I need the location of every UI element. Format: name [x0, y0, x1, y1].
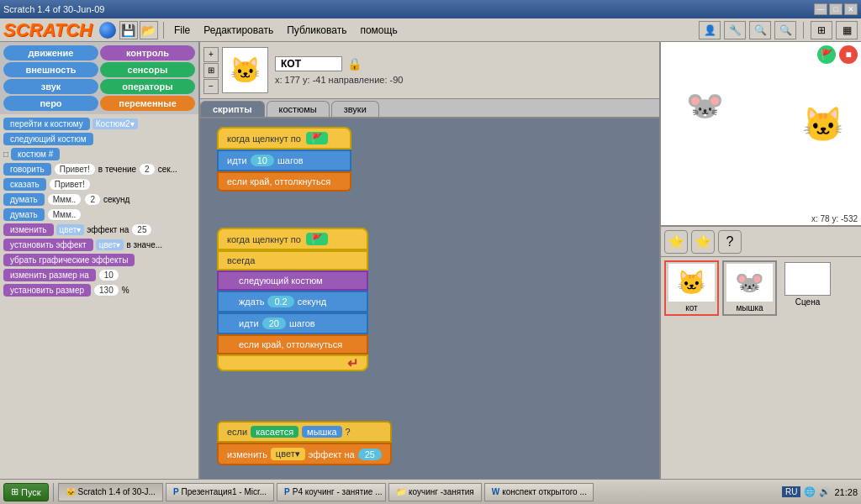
bounce-block-1[interactable]: если край, оттолкнуться — [217, 171, 351, 192]
block-size-val[interactable]: 10 — [98, 269, 119, 281]
block-say-val2[interactable]: 2 — [139, 163, 156, 176]
cat-variables[interactable]: переменные — [100, 96, 195, 111]
change-effect-block[interactable]: изменить цвет▾ эффект на 25 — [217, 443, 392, 465]
tab-scripts[interactable]: скрипты — [200, 101, 265, 117]
zoom-out-icon[interactable]: 🔍 — [774, 21, 796, 39]
move-block-1[interactable]: идти 10 шагов — [217, 150, 351, 171]
block-think-val1[interactable]: Ммм.. — [47, 193, 82, 206]
left-panel: движение контроль внешность сенсоры звук… — [0, 42, 200, 479]
forever-block[interactable]: всегда — [217, 250, 368, 270]
block-think-pill[interactable]: думать — [3, 208, 45, 221]
block-say-text[interactable]: Привет! — [49, 178, 91, 191]
move-block-2[interactable]: идти 20 шагов — [217, 312, 368, 334]
title-text: Scratch 1.4 of 30-Jun-09 — [3, 4, 104, 14]
next-costume-block[interactable]: следующий костюм — [217, 270, 368, 291]
nav-down[interactable]: − — [203, 79, 219, 94]
lock-icon[interactable]: 🔒 — [347, 57, 362, 71]
cat-sound[interactable]: звук — [3, 79, 98, 94]
block-say-for-pill[interactable]: говорить — [3, 163, 51, 176]
zoom-in-icon[interactable]: 🔍 — [749, 21, 771, 39]
star-icon-2[interactable]: ⭐ — [691, 230, 715, 254]
move-val-2[interactable]: 20 — [262, 318, 286, 329]
taskbar-app-presentation[interactable]: P Презентация1 - Micr... — [166, 483, 274, 501]
block-think-val[interactable]: Ммм.. — [47, 208, 82, 221]
sprite-item-cat[interactable]: 🐱 кот — [664, 260, 719, 316]
taskbar-app-coaching[interactable]: P P4 коучинг - занятие ... — [277, 483, 386, 501]
block-change-size-pill[interactable]: изменить размер на — [3, 269, 96, 281]
menu-edit[interactable]: Редактировать — [197, 23, 280, 38]
script-group-1: когда щелкнут по 🚩 идти 10 шагов если кр… — [217, 127, 351, 192]
block-think-for-pill[interactable]: думать — [3, 193, 45, 206]
hat-block-2[interactable]: когда щелкнут по 🚩 — [217, 228, 368, 250]
if-target[interactable]: мышка — [302, 426, 341, 438]
scene-item[interactable]: Сцена — [780, 260, 835, 316]
block-say: сказать Привет! — [3, 178, 195, 191]
cat-motion[interactable]: движение — [3, 45, 98, 60]
menu-file[interactable]: File — [167, 23, 197, 38]
bounce-block-2[interactable]: если край, оттолкнуться — [217, 334, 368, 354]
person-icon[interactable]: 👤 — [699, 21, 721, 39]
green-flag-button[interactable]: 🚩 — [817, 45, 836, 64]
cat-sensors[interactable]: сенсоры — [100, 62, 195, 77]
start-button[interactable]: ⊞ Пуск — [3, 483, 49, 501]
stop-button[interactable]: ■ — [839, 45, 858, 64]
close-button[interactable]: ✕ — [844, 3, 858, 15]
taskbar-app-folder[interactable]: 📁 коучинг -занятия — [388, 483, 482, 501]
nav-mid[interactable]: ⊞ — [203, 63, 219, 78]
wait-val[interactable]: 0.2 — [267, 296, 293, 307]
wait-block[interactable]: ждать 0.2 секунд — [217, 291, 368, 312]
globe-icon[interactable] — [99, 22, 116, 39]
block-clear-effects-pill[interactable]: убрать графические эффекты — [3, 254, 135, 266]
move-val-1[interactable]: 10 — [251, 155, 274, 166]
effect-dropdown2[interactable]: цвет▾ — [96, 239, 124, 250]
settings-icon[interactable]: 🔧 — [724, 21, 746, 39]
stage-coords: x: 78 y: -532 — [811, 214, 858, 223]
costume-dropdown[interactable]: Костюм2▾ — [92, 118, 138, 129]
block-change-effect-pill[interactable]: изменить — [3, 223, 54, 236]
cat-looks[interactable]: внешность — [3, 62, 98, 77]
effect-val-3[interactable]: 25 — [358, 449, 382, 460]
cat-control[interactable]: контроль — [100, 45, 195, 60]
effect-dropdown1[interactable]: цвет▾ — [56, 224, 85, 235]
tab-costumes[interactable]: костюмы — [267, 101, 330, 117]
view-icon[interactable]: ▦ — [836, 21, 858, 39]
sprite-name-box[interactable]: КОТ — [275, 56, 342, 71]
sprite-header: + ⊞ − 🐱 КОТ 🔒 x: 177 y: -41 направление:… — [200, 42, 659, 99]
block-costume-num-pill[interactable]: костюм # — [11, 148, 60, 160]
help-icon[interactable]: ? — [718, 230, 742, 254]
sprite-item-mouse[interactable]: 🐭 мышка — [722, 260, 777, 316]
taskbar-app-scratch[interactable]: 🐱 Scratch 1.4 of 30-J... — [58, 483, 163, 501]
block-change-effect: изменить цвет▾ эффект на 25 — [3, 223, 195, 236]
scene-label: Сцена — [795, 297, 820, 307]
block-think-val2[interactable]: 2 — [84, 193, 101, 206]
scripts-area[interactable]: когда щелкнут по 🚩 идти 10 шагов если кр… — [200, 118, 659, 479]
block-say-pill[interactable]: сказать — [3, 178, 46, 191]
effect-type[interactable]: цвет▾ — [271, 448, 305, 460]
nav-up[interactable]: + — [203, 47, 219, 62]
block-say-val1[interactable]: Привет! — [54, 163, 96, 176]
if-block[interactable]: если касается мышка ? — [217, 421, 392, 443]
cat-pen[interactable]: перо — [3, 96, 98, 111]
language-badge[interactable]: RU — [782, 486, 800, 497]
hat-block-1[interactable]: когда щелкнут по 🚩 — [217, 127, 351, 150]
cat-operators[interactable]: операторы — [100, 79, 195, 94]
save-icon[interactable]: 💾 — [119, 21, 138, 39]
sprites-list: 🐱 кот 🐭 мышка Сцена — [661, 257, 861, 479]
block-set-size-pill[interactable]: установить размер — [3, 284, 91, 297]
block-next-costume-pill[interactable]: следующий костюм — [3, 133, 93, 145]
menu-publish[interactable]: Публиковать — [280, 23, 353, 38]
minimize-button[interactable]: — — [814, 3, 827, 15]
open-icon[interactable]: 📂 — [140, 21, 158, 39]
block-effect-val[interactable]: 25 — [131, 223, 152, 236]
star-icon-1[interactable]: ⭐ — [664, 230, 688, 254]
menu-help[interactable]: помощь — [353, 23, 404, 38]
grid-icon[interactable]: ⊞ — [811, 21, 832, 39]
maximize-button[interactable]: □ — [829, 3, 843, 15]
block-size-val2[interactable]: 130 — [93, 284, 119, 297]
title-bar: Scratch 1.4 of 30-Jun-09 — □ ✕ — [0, 0, 861, 18]
tab-sounds[interactable]: звуки — [331, 101, 379, 117]
taskbar: ⊞ Пуск 🐱 Scratch 1.4 of 30-J... P Презен… — [0, 479, 861, 504]
block-goto-costume-pill[interactable]: перейти к костюму — [3, 118, 90, 130]
block-set-effect-pill[interactable]: установить эффект — [3, 239, 93, 251]
taskbar-app-word[interactable]: W конспект открытого ... — [484, 483, 594, 501]
